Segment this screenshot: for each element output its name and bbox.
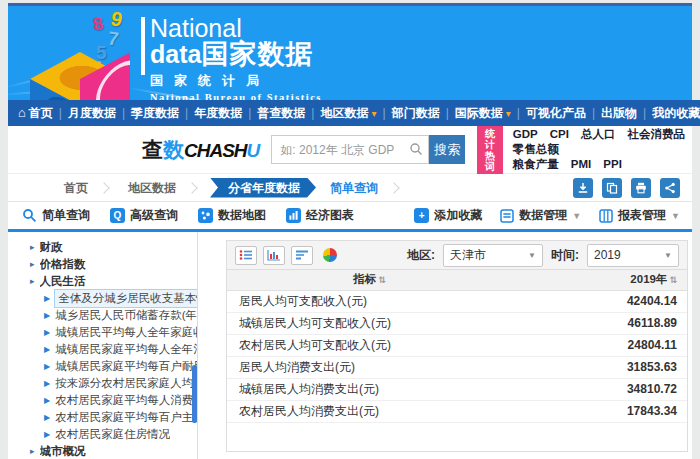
indicator-column-header[interactable]: 指标⇅ (227, 270, 512, 290)
table-row[interactable]: 农村居民人均可支配收入(元) 24804.11 (227, 334, 687, 356)
hot-word[interactable]: PMI (571, 158, 591, 170)
tree-branch-icon: ▸ (30, 273, 35, 290)
nav-item[interactable]: ⌂地区数据 (320, 105, 391, 122)
sidebar-item[interactable]: ▸ ▶ 城乡居民人民币储蓄存款(年底余额) (30, 307, 197, 324)
report-manage-button[interactable]: 报表管理 ▼ (599, 207, 680, 224)
value-cell: 31853.63 (512, 356, 687, 378)
add-favorite-button[interactable]: + 添加收藏 (414, 207, 482, 224)
tree-branch-icon: ▸ (30, 443, 35, 459)
nav-item[interactable]: ⌂普查数据 (257, 105, 320, 122)
hot-word[interactable]: CPI (550, 128, 569, 140)
nav-item[interactable]: ⌂部门数据 (392, 105, 455, 122)
nav-item-label: 地区数据 (320, 106, 376, 120)
table-row[interactable]: 居民人均可支配收入(元) 42404.14 (227, 290, 687, 312)
sidebar-item[interactable]: ▸ ▶ 价格指数 (30, 256, 197, 273)
sidebar-item[interactable]: ▸ ▶ 城市概况 (30, 443, 197, 459)
hot-word[interactable]: 总人口 (581, 128, 616, 140)
sidebar-item[interactable]: ▸ ▶ 农村居民家庭住房情况 (30, 426, 197, 443)
category-tree-sidebar: ▸ ▶ 财政 ▸ ▶ 价格指数 ▸ ▶ 人民生活 ▸ ▶ 全体及分城乡居民收支基… (8, 232, 198, 459)
indicator-cell: 居民人均可支配收入(元) (227, 290, 512, 312)
breadcrumb-tab[interactable]: 首页 (54, 178, 118, 198)
breadcrumb-tab[interactable]: 简单查询 (320, 178, 408, 198)
indicator-table: 指标⇅ 2019年⇅ 居民人均可支配收入(元) 42404.14 城镇居民人均可… (227, 270, 687, 423)
indicator-cell: 城镇居民人均可支配收入(元) (227, 312, 512, 334)
search-row: 查数CHASHU 搜索 统 计 热 词 GDPCPI总人口社会消费品零售总额 粮… (8, 126, 692, 174)
data-panel: 地区: 天津市 ▼ 时间: 2019 ▼ 指标⇅ 2019年⇅ (226, 240, 688, 452)
data-map-icon (198, 208, 213, 223)
search-input[interactable] (271, 135, 429, 164)
chevron-down-icon: ▼ (528, 251, 536, 260)
nav-item[interactable]: ⌂首页 (18, 105, 68, 122)
data-map-button[interactable]: 数据地图 (198, 207, 266, 224)
sidebar-item-label: 价格指数 (40, 256, 86, 273)
nav-item-label: 首页 (29, 106, 53, 120)
hot-word[interactable]: PPI (603, 158, 622, 170)
print-icon[interactable] (631, 178, 651, 198)
nav-item[interactable]: ⌂可视化产品 (526, 105, 601, 122)
sort-icon[interactable]: ⇅ (378, 275, 386, 285)
indicator-cell: 农村居民人均消费支出(元) (227, 400, 512, 422)
brand-cn: 国家数据 (201, 39, 313, 69)
hot-word[interactable]: 粮食产量 (513, 158, 559, 170)
hbar-chart-view-button[interactable] (291, 246, 313, 265)
value-cell: 42404.14 (512, 290, 687, 312)
table-row[interactable]: 农村居民人均消费支出(元) 17843.34 (227, 400, 687, 422)
advanced-query-button[interactable]: Q 高级查询 (110, 207, 178, 224)
search-outline-icon (22, 208, 37, 223)
site-header: 897513462 National data国家数据 国家统计局 Nation… (8, 3, 692, 100)
nav-item[interactable]: ⌂年度数据 (194, 105, 257, 122)
copy-icon[interactable] (602, 178, 622, 198)
logo-digit: 8 (91, 13, 105, 35)
sidebar-item[interactable]: ▸ ▶ 全体及分城乡居民收支基本情况(新口径) (30, 290, 197, 307)
time-select[interactable]: 2019 ▼ (587, 244, 679, 267)
report-manage-label: 报表管理 (618, 207, 666, 224)
share-icon[interactable] (660, 178, 680, 198)
nav-item[interactable]: ⌂出版物 (601, 105, 652, 122)
breadcrumb-tab[interactable]: 地区数据 (118, 178, 206, 198)
table-row[interactable]: 居民人均消费支出(元) 31853.63 (227, 356, 687, 378)
sidebar-item[interactable]: ▸ ▶ 人民生活 (30, 273, 197, 290)
hot-words: GDPCPI总人口社会消费品零售总额 粮食产量PMIPPI (513, 127, 692, 172)
sidebar-item-label: 城乡居民人民币储蓄存款(年底余额) (55, 307, 197, 324)
sidebar-item-label: 全体及分城乡居民收支基本情况(新口径) (55, 290, 197, 307)
simple-query-button[interactable]: 简单查询 (22, 207, 90, 224)
bar-chart-view-button[interactable] (263, 246, 285, 265)
nbs-cube-logo-icon (28, 52, 132, 100)
table-header-row: 指标⇅ 2019年⇅ (227, 270, 687, 290)
sidebar-item[interactable]: ▸ ▶ 财政 (30, 239, 197, 256)
download-icon[interactable] (573, 178, 593, 198)
econ-charts-button[interactable]: 经济图表 (286, 207, 354, 224)
year-column-header[interactable]: 2019年⇅ (512, 270, 687, 290)
chevron-down-icon: ▼ (572, 211, 581, 221)
breadcrumb-tab-label: 地区数据 (128, 178, 176, 198)
sidebar-item[interactable]: ▸ ▶ 按来源分农村居民家庭人均纯收入 (30, 375, 197, 392)
breadcrumb-tab-label: 首页 (64, 178, 88, 198)
sidebar-item[interactable]: ▸ ▶ 农村居民家庭平均每百户主要耐用消费品拥有量 (30, 409, 197, 426)
list-view-button[interactable] (235, 246, 257, 265)
chashu-logo: 查数CHASHU (142, 136, 259, 164)
data-manage-button[interactable]: 数据管理 ▼ (500, 207, 581, 224)
region-select[interactable]: 天津市 ▼ (443, 244, 543, 267)
sidebar-item[interactable]: ▸ ▶ 城镇居民家庭平均每百户耐用消费品拥有量 (30, 358, 197, 375)
sidebar-item[interactable]: ▸ ▶ 城镇居民家庭平均每人全年消费性支出 (30, 341, 197, 358)
sidebar-item[interactable]: ▸ ▶ 城镇居民平均每人全年家庭收入来源 (30, 324, 197, 341)
nav-item[interactable]: ⌂月度数据 (68, 105, 131, 122)
breadcrumb-tab[interactable]: 分省年度数据 (210, 178, 316, 198)
nav-item[interactable]: ⌂国际数据 (455, 105, 526, 122)
table-row[interactable]: 城镇居民人均消费支出(元) 34810.72 (227, 378, 687, 400)
main-nav: ⌂首页⌂月度数据⌂季度数据⌂年度数据⌂普查数据⌂地区数据⌂部门数据⌂国际数据⌂可… (8, 100, 700, 126)
nav-item[interactable]: ⌂我的收藏 (652, 105, 700, 122)
brand-data-en: data (150, 40, 201, 68)
sort-icon[interactable]: ⇅ (669, 275, 677, 285)
table-row[interactable]: 城镇居民人均可支配收入(元) 46118.89 (227, 312, 687, 334)
search-button[interactable]: 搜索 (429, 135, 465, 164)
hot-word[interactable]: GDP (513, 128, 538, 140)
pie-chart-view-button[interactable] (319, 246, 341, 265)
chashu-en: CHASHU (184, 140, 259, 161)
tree-leaf-icon: ▶ (44, 409, 50, 426)
sidebar-scrollbar-thumb[interactable] (192, 365, 197, 423)
sidebar-item-label: 城镇居民家庭平均每人全年消费性支出 (55, 341, 197, 358)
nav-item-label: 普查数据 (257, 106, 305, 120)
sidebar-item[interactable]: ▸ ▶ 农村居民家庭平均每人消费支出 (30, 392, 197, 409)
nav-item[interactable]: ⌂季度数据 (131, 105, 194, 122)
